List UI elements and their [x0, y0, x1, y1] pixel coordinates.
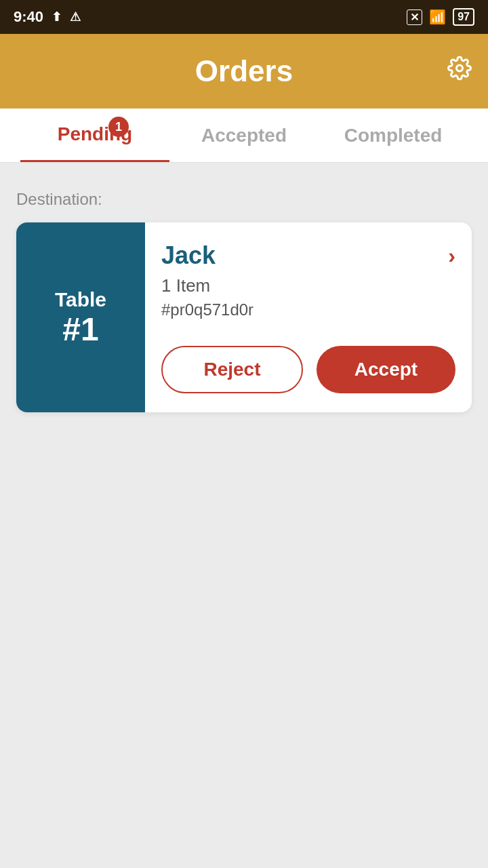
battery-indicator: 97 — [453, 8, 474, 26]
wifi-icon: 📶 — [429, 9, 446, 25]
order-info: Jack › 1 Item #pr0q571d0r — [161, 241, 455, 330]
card-details: Jack › 1 Item #pr0q571d0r Reject Accept — [145, 222, 472, 412]
status-bar-left: 9:40 ⬆ ⚠ — [14, 8, 81, 26]
customer-row: Jack › — [161, 241, 455, 270]
page-title: Orders — [195, 54, 293, 88]
tabs-container: Pending 1 Accepted Completed — [0, 108, 488, 163]
table-number: #1 — [62, 312, 98, 348]
order-card: Table #1 Jack › 1 Item #pr0q571d0r Rejec… — [16, 222, 472, 412]
status-bar-right: ✕ 📶 97 — [407, 8, 474, 26]
order-id: #pr0q571d0r — [161, 300, 455, 319]
customer-name: Jack — [161, 241, 216, 270]
warning-icon: ⚠ — [70, 9, 81, 24]
content-area: Destination: Table #1 Jack › 1 Item #pr0… — [0, 163, 488, 868]
status-bar: 9:40 ⬆ ⚠ ✕ 📶 97 — [0, 0, 488, 34]
reject-button[interactable]: Reject — [161, 346, 303, 393]
table-label: Table — [55, 288, 106, 312]
tab-completed-label: Completed — [344, 125, 443, 146]
table-indicator: Table #1 — [16, 222, 145, 412]
chevron-right-icon[interactable]: › — [448, 243, 455, 269]
destination-label: Destination: — [16, 190, 472, 209]
item-count: 1 Item — [161, 275, 455, 296]
accept-button[interactable]: Accept — [317, 346, 455, 393]
status-time: 9:40 — [14, 8, 43, 26]
screen-icon: ✕ — [407, 9, 422, 25]
upload-icon: ⬆ — [52, 9, 62, 24]
app-header: Orders — [0, 34, 488, 108]
card-actions: Reject Accept — [161, 346, 455, 393]
tab-completed[interactable]: Completed — [319, 108, 468, 162]
tab-accepted-label: Accepted — [201, 125, 287, 146]
settings-icon[interactable] — [447, 56, 472, 87]
svg-point-0 — [457, 65, 463, 71]
tab-pending[interactable]: Pending 1 — [20, 108, 169, 162]
tab-accepted[interactable]: Accepted — [169, 108, 319, 162]
pending-badge: 1 — [108, 117, 129, 137]
